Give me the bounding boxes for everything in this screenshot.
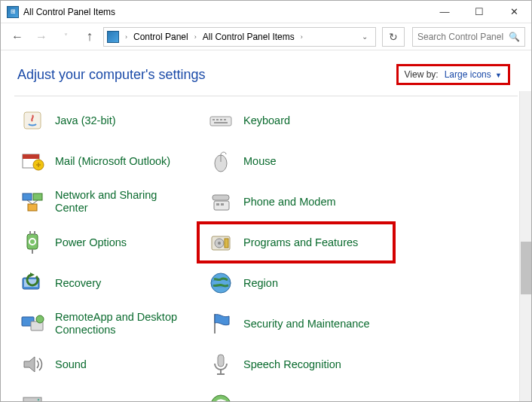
svg-rect-1 [210, 117, 231, 126]
item-sound[interactable]: Sound [17, 349, 198, 379]
item-speech[interactable]: Speech Recognition [206, 349, 387, 379]
chevron-right-icon[interactable]: › [124, 33, 129, 41]
network-icon [19, 188, 46, 215]
svg-marker-38 [24, 357, 35, 372]
minimize-button[interactable]: — [427, 1, 462, 23]
breadcrumb-control-panel[interactable]: Control Panel [130, 30, 191, 44]
svg-rect-19 [216, 203, 219, 206]
item-remoteapp[interactable]: RemoteApp and Desktop Connections [17, 309, 198, 339]
refresh-button[interactable]: ↻ [382, 27, 405, 47]
svg-rect-28 [225, 239, 228, 248]
svg-rect-6 [214, 122, 228, 123]
back-button[interactable]: ← [7, 26, 28, 47]
power-icon [19, 229, 46, 256]
svg-rect-3 [216, 119, 219, 120]
breadcrumb-all-items[interactable]: All Control Panel Items [200, 30, 298, 44]
vertical-scrollbar[interactable] [519, 91, 531, 401]
item-phone[interactable]: Phone and Modem [206, 187, 387, 217]
programs-icon [207, 229, 234, 256]
chevron-down-icon: ▼ [495, 72, 502, 79]
forward-button[interactable]: → [31, 26, 52, 47]
svg-point-27 [218, 242, 221, 245]
control-panel-icon: ⊞ [7, 6, 19, 18]
svg-rect-5 [224, 119, 226, 120]
svg-rect-39 [218, 355, 224, 367]
item-java[interactable]: Java (32-bit) [17, 105, 198, 136]
svg-line-15 [27, 200, 32, 204]
item-label: Sound [55, 358, 87, 371]
svg-point-32 [211, 273, 231, 293]
items-area: Java (32-bit) Keyboard Mail (Microsoft O… [1, 96, 531, 402]
item-label: Phone and Modem [243, 196, 336, 209]
security-flag-icon [207, 310, 234, 337]
item-mouse[interactable]: Mouse [206, 146, 387, 176]
svg-rect-18 [212, 195, 229, 200]
svg-point-45 [38, 399, 40, 401]
item-label: Speech Recognition [243, 358, 341, 371]
address-dropdown-icon[interactable]: ⌄ [357, 32, 372, 41]
svg-rect-23 [34, 231, 35, 235]
item-label: Sync Center [243, 399, 304, 402]
item-label: Power Options [55, 236, 127, 249]
page-title: Adjust your computer's settings [17, 67, 206, 83]
window-title: All Control Panel Items [23, 7, 115, 17]
item-network[interactable]: Network and Sharing Center [17, 187, 198, 217]
item-sync[interactable]: Sync Center [206, 390, 387, 402]
item-programs[interactable]: Programs and Features [197, 221, 396, 263]
item-recovery[interactable]: Recovery [17, 268, 198, 298]
items-grid: Java (32-bit) Keyboard Mail (Microsoft O… [17, 105, 524, 402]
titlebar: ⊞ All Control Panel Items — ☐ ✕ [1, 1, 531, 23]
keyboard-icon [207, 107, 234, 134]
up-button[interactable]: ↑ [79, 26, 100, 47]
view-by-label: View by: [405, 69, 439, 80]
search-placeholder: Search Control Panel [417, 32, 503, 42]
microphone-icon [207, 351, 234, 378]
mouse-icon [207, 148, 234, 175]
svg-rect-4 [220, 119, 222, 120]
item-label: Storage Spaces [55, 399, 133, 402]
chevron-right-icon[interactable]: › [299, 33, 304, 41]
view-by-selector[interactable]: View by: Large icons ▼ [396, 64, 510, 85]
close-button[interactable]: ✕ [497, 1, 531, 23]
chevron-right-icon[interactable]: › [193, 33, 198, 41]
item-power[interactable]: Power Options [17, 227, 198, 257]
item-label: Programs and Features [243, 236, 358, 249]
control-panel-icon-small [107, 31, 119, 43]
recent-locations-dropdown[interactable]: ˅ [55, 26, 76, 47]
region-icon [207, 270, 234, 297]
svg-rect-2 [212, 119, 215, 120]
content-header: Adjust your computer's settings View by:… [1, 50, 531, 91]
item-label: Network and Sharing Center [55, 189, 191, 214]
svg-rect-20 [221, 203, 224, 206]
item-region[interactable]: Region [206, 268, 387, 298]
navigation-bar: ← → ˅ ↑ › Control Panel › All Control Pa… [1, 23, 531, 50]
item-label: RemoteApp and Desktop Connections [55, 311, 191, 336]
item-label: Mail (Microsoft Outlook) [55, 155, 170, 168]
item-label: Recovery [55, 277, 101, 290]
svg-rect-22 [29, 231, 31, 235]
java-icon [19, 107, 46, 134]
svg-rect-13 [33, 193, 42, 200]
item-label: Mouse [243, 155, 277, 168]
item-mail[interactable]: Mail (Microsoft Outlook) [17, 146, 198, 176]
item-security[interactable]: Security and Maintenance [206, 309, 387, 339]
sound-icon [19, 351, 46, 378]
window-controls: — ☐ ✕ [427, 1, 531, 23]
address-bar[interactable]: › Control Panel › All Control Panel Item… [103, 27, 376, 47]
item-label: Region [243, 277, 278, 290]
item-label: Java (32-bit) [55, 114, 116, 127]
phone-icon [207, 188, 234, 215]
svg-rect-8 [23, 154, 39, 159]
search-input[interactable]: Search Control Panel 🔍 [412, 27, 525, 47]
svg-rect-12 [23, 193, 32, 200]
svg-point-36 [36, 315, 44, 323]
sync-icon [207, 391, 234, 402]
item-keyboard[interactable]: Keyboard [206, 105, 387, 136]
scrollbar-thumb[interactable] [521, 242, 531, 294]
view-by-value: Large icons [445, 69, 491, 80]
svg-marker-31 [30, 273, 35, 277]
search-icon: 🔍 [509, 32, 520, 42]
item-label: Security and Maintenance [243, 318, 370, 330]
maximize-button[interactable]: ☐ [462, 1, 497, 23]
item-storage[interactable]: Storage Spaces [17, 390, 198, 402]
